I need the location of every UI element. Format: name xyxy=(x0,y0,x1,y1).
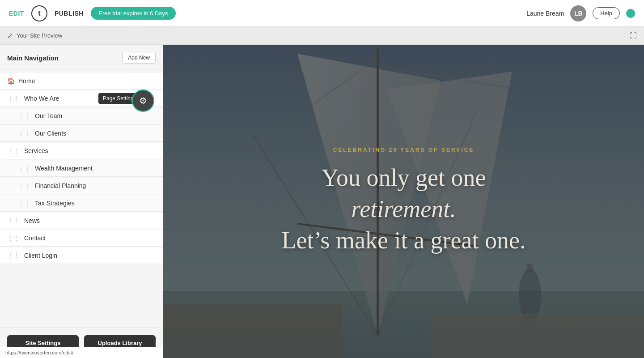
nav-item-label: Financial Planning xyxy=(35,182,86,189)
drag-handle-icon: ⋮⋮ xyxy=(7,217,20,224)
top-bar-right: Laurie Bream LB Help xyxy=(526,5,635,21)
hero-subtitle: CELEBRATING 20 YEARS OF SERVICE xyxy=(282,147,526,153)
preview-bar-left: ⤢ Your Site Preview xyxy=(7,31,62,40)
nav-item-label: Our Team xyxy=(35,112,62,119)
drag-handle-icon: ⋮⋮ xyxy=(18,182,30,189)
user-name: Laurie Bream xyxy=(526,10,564,17)
help-button[interactable]: Help xyxy=(593,7,620,19)
top-bar: EDIT t PUBLISH Free trial expires in 6 D… xyxy=(0,0,644,27)
url-bar: https://twentyoverten.com/edit# xyxy=(0,347,163,358)
drag-handle-icon: ⋮⋮ xyxy=(7,147,20,154)
drag-handle-icon: ⋮⋮ xyxy=(18,112,30,119)
hero-title: You only get one retirement. Let’s make … xyxy=(282,162,526,256)
nav-item-contact[interactable]: ⋮⋮ Contact xyxy=(0,230,163,247)
gear-circle-button[interactable]: ⚙ xyxy=(132,90,154,112)
nav-item-news[interactable]: ⋮⋮ News xyxy=(0,213,163,229)
drag-handle-icon: ⋮⋮ xyxy=(7,234,20,242)
nav-item-tax-strategies[interactable]: ⋮⋮ Tax Strategies xyxy=(0,195,163,212)
home-icon: 🏠 xyxy=(7,77,15,85)
nav-item-label: Tax Strategies xyxy=(35,200,75,207)
preview-label: Your Site Preview xyxy=(17,32,62,39)
nav-item-label: Client Login xyxy=(24,252,57,259)
drag-handle-icon: ⋮⋮ xyxy=(7,95,20,102)
edit-button[interactable]: EDIT xyxy=(9,10,24,17)
main-layout: Main Navigation Add New Page Settings ⚙ … xyxy=(0,45,644,358)
drag-handle-icon: ⋮⋮ xyxy=(7,252,20,259)
fullscreen-icon[interactable]: ⛶ xyxy=(630,32,637,40)
nav-item-our-clients[interactable]: ⋮⋮ Our Clients xyxy=(0,125,163,142)
nav-item-label: Who We Are xyxy=(24,95,59,102)
nav-item-label: Wealth Management xyxy=(35,165,93,172)
nav-item-client-login[interactable]: ⋮⋮ Client Login xyxy=(0,247,163,264)
notification-dot[interactable] xyxy=(626,9,635,18)
nav-item-label: News xyxy=(24,217,40,224)
nav-item-home[interactable]: 🏠 Home xyxy=(0,73,163,90)
nav-item-label: Home xyxy=(18,77,35,85)
sidebar: Main Navigation Add New Page Settings ⚙ … xyxy=(0,45,163,358)
hero-section: CELEBRATING 20 YEARS OF SERVICE You only… xyxy=(163,45,644,358)
add-new-button[interactable]: Add New xyxy=(122,52,156,64)
nav-item-label: Services xyxy=(24,147,48,154)
expand-icon[interactable]: ⤢ xyxy=(7,31,13,40)
nav-item-label: Our Clients xyxy=(35,130,66,137)
drag-handle-icon: ⋮⋮ xyxy=(18,130,30,137)
publish-button[interactable]: PUBLISH xyxy=(55,10,84,17)
preview-area: CELEBRATING 20 YEARS OF SERVICE You only… xyxy=(163,45,644,358)
site-logo: t xyxy=(31,5,47,21)
nav-item-wealth-management[interactable]: ⋮⋮ Wealth Management xyxy=(0,160,163,177)
nav-item-financial-planning[interactable]: ⋮⋮ Financial Planning xyxy=(0,178,163,194)
hero-content: CELEBRATING 20 YEARS OF SERVICE You only… xyxy=(264,147,544,256)
gear-icon: ⚙ xyxy=(139,95,147,106)
sidebar-header: Main Navigation Add New xyxy=(0,45,163,69)
drag-handle-icon: ⋮⋮ xyxy=(18,165,30,172)
drag-handle-icon: ⋮⋮ xyxy=(18,200,30,207)
top-bar-left: EDIT t PUBLISH Free trial expires in 6 D… xyxy=(9,5,176,21)
preview-bar: ⤢ Your Site Preview ⛶ xyxy=(0,27,644,45)
sidebar-title: Main Navigation xyxy=(7,54,59,62)
nav-item-services[interactable]: ⋮⋮ Services xyxy=(0,143,163,159)
nav-item-label: Contact xyxy=(24,234,46,242)
user-avatar[interactable]: LB xyxy=(570,5,586,21)
trial-badge[interactable]: Free trial expires in 6 Days xyxy=(91,7,176,20)
